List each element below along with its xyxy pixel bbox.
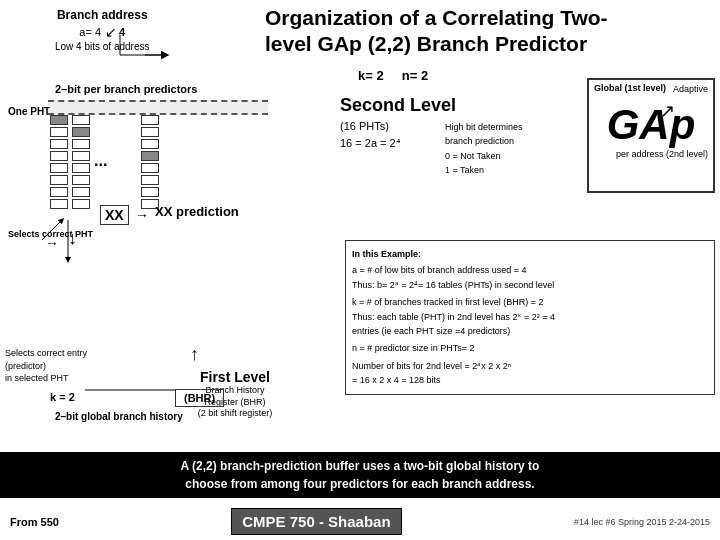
- example-line7: Number of bits for 2nd level = 2ᵃx 2 x 2…: [352, 359, 708, 373]
- selects-entry-label: Selects correct entry(predictor)in selec…: [5, 347, 87, 385]
- n-label: n= 2: [402, 68, 428, 83]
- down-arrow: ↓: [68, 228, 77, 249]
- footer: From 550 CMPE 750 - Shaaban #14 lec #6 S…: [0, 508, 720, 535]
- example-line2: Thus: b= 2ᵃ = 2⁴= 16 tables (PHTs) in se…: [352, 278, 708, 292]
- high-bit-info: High bit determines branch prediction 0 …: [445, 120, 523, 178]
- k2-label: k = 2: [50, 391, 75, 403]
- arrow-value: 4: [119, 26, 125, 38]
- example-line3: k = # of branches tracked in first level…: [352, 295, 708, 309]
- first-level-title: First Level: [150, 369, 320, 385]
- a-value-label: a= 4: [79, 26, 101, 38]
- example-line4: Thus: each table (PHT) in 2nd level has …: [352, 310, 708, 324]
- arrow-down-icon: ↙: [105, 24, 117, 40]
- pht-columns: ···: [50, 115, 159, 215]
- gap-box: Global (1st level) Adaptive ↗ GAp per ad…: [587, 78, 715, 193]
- example-line8: = 16 x 2 x 4 = 128 bits: [352, 373, 708, 387]
- main-title: Organization of a Correlating Two- level…: [265, 5, 710, 58]
- low-bits-label: Low 4 bits of address: [55, 41, 150, 52]
- dots: ···: [94, 115, 107, 215]
- one-pht-label: One PHT: [8, 105, 50, 119]
- arrow-up-from-bhr: ↑: [190, 344, 199, 365]
- example-title: In this Example:: [352, 247, 708, 261]
- example-line6: n = # predictor size in PHTs= 2: [352, 341, 708, 355]
- bottom-bar: A (2,2) branch-prediction buffer uses a …: [0, 452, 720, 498]
- k-label: k= 2: [358, 68, 384, 83]
- adaptive-label: Adaptive: [673, 84, 708, 94]
- cmpe-badge: CMPE 750 - Shaaban: [231, 508, 401, 535]
- kn-labels: k= 2 n= 2: [358, 68, 428, 83]
- pht-col-last: [141, 115, 159, 215]
- pht-col-2: [72, 115, 90, 215]
- pht-col-1: [50, 115, 68, 215]
- phts-formula: 16 = 2a = 2⁴: [340, 137, 400, 149]
- two-bit-label: 2–bit per branch predictors: [55, 83, 197, 95]
- arrow-from-selects: →: [45, 235, 59, 251]
- title-area: Organization of a Correlating Two- level…: [265, 5, 710, 58]
- arrow-to-prediction: →: [135, 207, 149, 223]
- lec-info: #14 lec #6 Spring 2015 2-24-2015: [574, 517, 710, 527]
- xx-box: XX: [100, 205, 129, 225]
- example-line1: a = # of low bits of branch address used…: [352, 263, 708, 277]
- branch-address-label: Branch address: [55, 8, 150, 22]
- per-address-label: per address (2nd level): [589, 149, 713, 161]
- phts-info: (16 PHTs) 16 = 2a = 2⁴: [340, 118, 400, 151]
- xx-prediction: XX prediction: [155, 204, 239, 219]
- arrow-in-gap: ↗: [660, 100, 675, 122]
- example-line5: entries (ie each PHT size =4 predictors): [352, 324, 708, 338]
- second-level-title: Second Level: [340, 95, 456, 116]
- main-container: Branch address a= 4 ↙ 4 Low 4 bits of ad…: [0, 0, 720, 540]
- dashed-border: [48, 100, 268, 115]
- from-550: From 550: [10, 516, 59, 528]
- global-branch-history: 2–bit global branch history: [55, 411, 183, 422]
- gap-text: GAp: [589, 101, 713, 149]
- example-box: In this Example: a = # of low bits of br…: [345, 240, 715, 395]
- bhr-box: (BHR): [175, 389, 224, 407]
- phts-count: (16 PHTs): [340, 120, 389, 132]
